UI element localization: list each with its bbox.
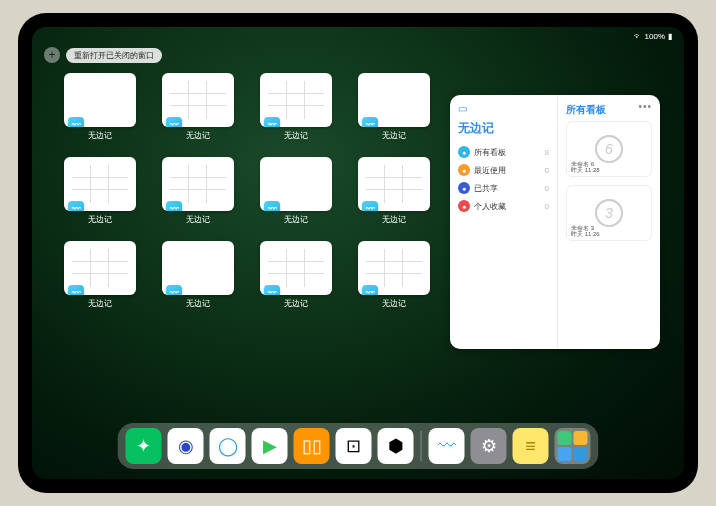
thumbnail-preview: 〰 [260, 157, 332, 211]
freeform-app-icon: 〰 [362, 201, 378, 211]
thumbnail-preview: 〰 [358, 157, 430, 211]
battery-icon: ▮ [668, 32, 672, 41]
window-thumbnail[interactable]: 〰 无边记 [358, 157, 430, 235]
thumbnail-preview: 〰 [260, 73, 332, 127]
quark-icon[interactable]: ◉ [168, 428, 204, 464]
freeform-app-icon: 〰 [362, 117, 378, 127]
board-thumbnail: 3 [595, 199, 623, 227]
settings-icon[interactable]: ⚙ [471, 428, 507, 464]
screen: ᯤ 100% ▮ + 重新打开已关闭的窗口 〰 无边记 〰 无边记 〰 无边记 … [32, 27, 684, 479]
thumbnail-preview: 〰 [162, 241, 234, 295]
thumbnail-label: 无边记 [382, 298, 406, 309]
freeform-app-icon: 〰 [264, 201, 280, 211]
window-thumbnail[interactable]: 〰 无边记 [358, 241, 430, 319]
freeform-icon[interactable]: 〰 [429, 428, 465, 464]
more-icon[interactable]: ••• [638, 101, 652, 112]
sidebar-item[interactable]: ● 所有看板 8 [458, 143, 549, 161]
thumbnail-preview: 〰 [64, 73, 136, 127]
window-thumbnail[interactable]: 〰 无边记 [260, 157, 332, 235]
window-thumbnail[interactable]: 〰 无边记 [358, 73, 430, 151]
sidebar-item[interactable]: ● 最近使用 0 [458, 161, 549, 179]
window-thumbnail[interactable]: 〰 无边记 [162, 157, 234, 235]
sidebar-item[interactable]: ● 个人收藏 0 [458, 197, 549, 215]
reopen-closed-window-button[interactable]: 重新打开已关闭的窗口 [66, 48, 162, 63]
thumbnail-label: 无边记 [186, 298, 210, 309]
category-icon: ● [458, 164, 470, 176]
new-window-button[interactable]: + [44, 47, 60, 63]
freeform-app-icon: 〰 [68, 285, 84, 295]
window-grid: 〰 无边记 〰 无边记 〰 无边记 〰 无边记 〰 无边记 〰 无边记 〰 无边… [64, 73, 430, 319]
panel-title: 无边记 [458, 120, 549, 137]
status-right: ᯤ 100% ▮ [634, 32, 672, 41]
thumbnail-preview: 〰 [260, 241, 332, 295]
sidebar-item-label: 所有看板 [474, 147, 506, 158]
dock-separator [421, 431, 422, 461]
browser-icon[interactable]: ◯ [210, 428, 246, 464]
sidebar-item[interactable]: ● 已共享 0 [458, 179, 549, 197]
thumbnail-label: 无边记 [186, 214, 210, 225]
thumbnail-label: 无边记 [284, 130, 308, 141]
sidebar-item-count: 0 [545, 166, 549, 175]
freeform-app-icon: 〰 [68, 117, 84, 127]
window-thumbnail[interactable]: 〰 无边记 [260, 73, 332, 151]
freeform-app-icon: 〰 [264, 117, 280, 127]
freeform-app-icon: 〰 [166, 201, 182, 211]
sidebar-item-count: 0 [545, 184, 549, 193]
thumbnail-label: 无边记 [284, 214, 308, 225]
window-thumbnail[interactable]: 〰 无边记 [162, 241, 234, 319]
thumbnail-preview: 〰 [162, 157, 234, 211]
board-caption: 未命名 6昨天 11:28 [571, 161, 600, 174]
thumbnail-label: 无边记 [382, 130, 406, 141]
dice-icon[interactable]: ⊡ [336, 428, 372, 464]
freeform-app-icon: 〰 [166, 117, 182, 127]
board-thumbnail: 6 [595, 135, 623, 163]
ipad-frame: ᯤ 100% ▮ + 重新打开已关闭的窗口 〰 无边记 〰 无边记 〰 无边记 … [18, 13, 698, 493]
sidebar-panel: ••• ▭ 无边记 ● 所有看板 8● 最近使用 0● 已共享 0● 个人收藏 … [450, 95, 660, 349]
panel-left: ▭ 无边记 ● 所有看板 8● 最近使用 0● 已共享 0● 个人收藏 0 [450, 95, 558, 349]
wechat-icon[interactable]: ✦ [126, 428, 162, 464]
thumbnail-preview: 〰 [358, 241, 430, 295]
board-card[interactable]: 6 未命名 6昨天 11:28 [566, 121, 652, 177]
category-icon: ● [458, 182, 470, 194]
thumbnail-label: 无边记 [382, 214, 406, 225]
sidebar-item-label: 个人收藏 [474, 201, 506, 212]
thumbnail-preview: 〰 [64, 241, 136, 295]
panel-right: 所有看板 6 未命名 6昨天 11:283 未命名 3昨天 11:26 [558, 95, 660, 349]
play-icon[interactable]: ▶ [252, 428, 288, 464]
thumbnail-label: 无边记 [88, 214, 112, 225]
wifi-icon: ᯤ [634, 32, 642, 41]
app-library-icon[interactable] [555, 428, 591, 464]
board-caption: 未命名 3昨天 11:26 [571, 225, 600, 238]
board-card[interactable]: 3 未命名 3昨天 11:26 [566, 185, 652, 241]
status-bar: ᯤ 100% ▮ [32, 27, 684, 45]
thumbnail-label: 无边记 [186, 130, 210, 141]
freeform-app-icon: 〰 [166, 285, 182, 295]
sidebar-item-count: 0 [545, 202, 549, 211]
window-thumbnail[interactable]: 〰 无边记 [64, 73, 136, 151]
dock: ✦◉◯▶▯▯⊡⬢〰⚙≡ [118, 423, 599, 469]
graph-icon[interactable]: ⬢ [378, 428, 414, 464]
sidebar-item-label: 最近使用 [474, 165, 506, 176]
battery-label: 100% [645, 32, 665, 41]
books-icon[interactable]: ▯▯ [294, 428, 330, 464]
freeform-app-icon: 〰 [68, 201, 84, 211]
freeform-app-icon: 〰 [362, 285, 378, 295]
thumbnail-label: 无边记 [88, 130, 112, 141]
window-thumbnail[interactable]: 〰 无边记 [64, 157, 136, 235]
notes-icon[interactable]: ≡ [513, 428, 549, 464]
window-thumbnail[interactable]: 〰 无边记 [260, 241, 332, 319]
thumbnail-label: 无边记 [284, 298, 308, 309]
window-thumbnail[interactable]: 〰 无边记 [64, 241, 136, 319]
sidebar-item-label: 已共享 [474, 183, 498, 194]
top-bar: + 重新打开已关闭的窗口 [44, 47, 162, 63]
freeform-app-icon: 〰 [264, 285, 280, 295]
category-icon: ● [458, 146, 470, 158]
thumbnail-preview: 〰 [64, 157, 136, 211]
sidebar-item-count: 8 [545, 148, 549, 157]
thumbnail-preview: 〰 [358, 73, 430, 127]
thumbnail-label: 无边记 [88, 298, 112, 309]
window-thumbnail[interactable]: 〰 无边记 [162, 73, 234, 151]
sidebar-toggle-icon[interactable]: ▭ [458, 103, 549, 114]
thumbnail-preview: 〰 [162, 73, 234, 127]
category-icon: ● [458, 200, 470, 212]
